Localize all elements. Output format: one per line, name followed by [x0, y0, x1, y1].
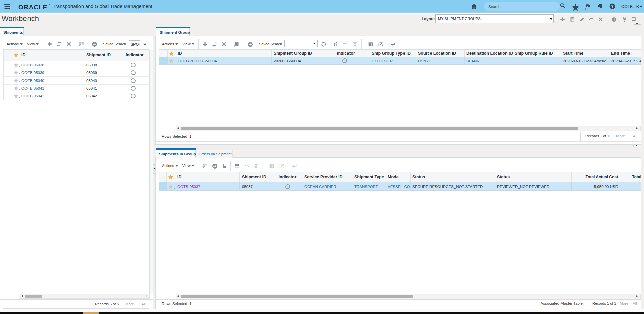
svg-text:?: ? — [611, 4, 613, 8]
